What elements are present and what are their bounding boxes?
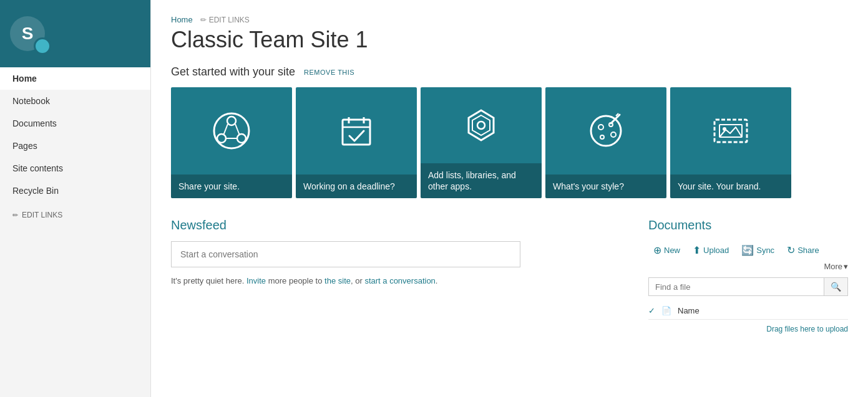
plus-circle-icon: ⊕ [653, 244, 661, 256]
svg-line-5 [235, 124, 240, 135]
brand-icon [708, 108, 753, 153]
new-label: New [664, 246, 680, 255]
sidebar-item-home[interactable]: Home [0, 67, 150, 90]
sidebar-item-notebook[interactable]: Notebook [0, 90, 150, 112]
svg-point-1 [227, 117, 236, 125]
chevron-down-icon: ▾ [844, 262, 848, 271]
share-label: Share [797, 246, 819, 255]
share-button[interactable]: ↻ Share [782, 241, 824, 259]
invite-link[interactable]: Invite [246, 276, 266, 285]
sync-button[interactable]: 🔄 Sync [736, 241, 779, 259]
bottom-section: Newsfeed It's pretty quiet here. Invite … [171, 218, 848, 333]
tile-lists[interactable]: Add lists, libraries, and other apps. [421, 87, 542, 198]
sidebar-item-recycle-bin[interactable]: Recycle Bin [0, 179, 150, 202]
svg-point-2 [217, 134, 226, 143]
logo-icon: S [10, 16, 45, 51]
deadline-icon [334, 108, 379, 153]
pencil-icon: ✏ [12, 211, 18, 219]
site-logo: S [0, 0, 150, 67]
svg-rect-7 [343, 120, 370, 145]
logo-bubble [34, 37, 51, 55]
upload-button[interactable]: ⬆ Upload [688, 241, 734, 259]
sidebar: S Home Notebook Documents Pages Site con… [0, 0, 151, 397]
header-edit-links[interactable]: ✏ EDIT LINKS [200, 16, 250, 24]
svg-point-0 [214, 113, 249, 148]
remove-this-button[interactable]: REMOVE THIS [304, 69, 354, 76]
quiet-message: It's pretty quiet here. Invite more peop… [171, 276, 628, 285]
breadcrumb-home[interactable]: Home [171, 15, 193, 24]
pencil-icon-header: ✏ [200, 16, 207, 24]
search-row: 🔍 [648, 277, 848, 296]
quiet-end: . [436, 276, 438, 285]
tile-deadline-icon-area [296, 87, 417, 175]
quiet-middle: more people to [268, 276, 323, 285]
sidebar-nav: Home Notebook Documents Pages Site conte… [0, 67, 150, 226]
tile-share[interactable]: Share your site. [171, 87, 292, 198]
upload-icon: ⬆ [693, 244, 701, 256]
sidebar-item-site-contents[interactable]: Site contents [0, 157, 150, 179]
svg-point-23 [723, 127, 726, 131]
conversation-input[interactable] [171, 241, 520, 267]
start-conversation-link[interactable]: start a conversation [364, 276, 435, 285]
sidebar-edit-links-label: EDIT LINKS [22, 211, 62, 219]
tile-style-label: What's your style? [545, 175, 666, 198]
tile-brand[interactable]: Your site. Your brand. [670, 87, 791, 198]
svg-point-13 [477, 122, 485, 129]
svg-line-4 [223, 124, 228, 135]
share-icon [209, 108, 254, 153]
sidebar-edit-links[interactable]: ✏ EDIT LINKS [0, 204, 150, 226]
more-label: More [824, 262, 842, 271]
documents-section: Documents ⊕ New ⬆ Upload 🔄 Sync ↻ Share [648, 218, 848, 333]
svg-marker-12 [472, 115, 490, 135]
style-icon [583, 108, 628, 153]
svg-point-17 [611, 132, 616, 137]
search-button[interactable]: 🔍 [824, 278, 847, 295]
svg-point-15 [598, 125, 603, 130]
sync-icon: 🔄 [741, 244, 754, 256]
svg-point-14 [591, 116, 621, 146]
drag-hint: Drag files here to upload [648, 325, 848, 333]
newsfeed-title: Newsfeed [171, 218, 628, 232]
tile-brand-icon-area [670, 87, 791, 175]
share-docs-icon: ↻ [787, 244, 795, 256]
check-icon: ✓ [648, 306, 655, 315]
file-search-input[interactable] [649, 279, 824, 295]
name-column-header: Name [678, 306, 700, 315]
tile-style[interactable]: What's your style? [545, 87, 666, 198]
search-icon: 🔍 [831, 282, 841, 292]
more-button[interactable]: More ▾ [824, 262, 848, 271]
get-started-header: Get started with your site REMOVE THIS [171, 65, 848, 79]
tile-share-label: Share your site. [171, 175, 292, 198]
tile-deadline[interactable]: Working on a deadline? [296, 87, 417, 198]
tile-lists-icon-area [421, 87, 542, 163]
tile-share-icon-area [171, 87, 292, 175]
get-started-title: Get started with your site [171, 65, 295, 79]
docs-toolbar: ⊕ New ⬆ Upload 🔄 Sync ↻ Share More ▾ [648, 241, 848, 271]
new-button[interactable]: ⊕ New [648, 241, 685, 259]
newsfeed-section: Newsfeed It's pretty quiet here. Invite … [171, 218, 628, 333]
header-edit-links-label: EDIT LINKS [209, 16, 250, 24]
docs-header-row: ✓ 📄 Name [648, 302, 848, 320]
svg-point-3 [237, 134, 246, 143]
tile-brand-label: Your site. Your brand. [670, 175, 791, 198]
tile-deadline-label: Working on a deadline? [296, 175, 417, 198]
lists-icon [459, 103, 504, 148]
tile-style-icon-area [545, 87, 666, 175]
sidebar-item-documents[interactable]: Documents [0, 112, 150, 135]
file-icon: 📄 [661, 306, 671, 315]
sidebar-item-pages[interactable]: Pages [0, 135, 150, 157]
page-title: Classic Team Site 1 [171, 27, 848, 53]
sync-label: Sync [756, 246, 774, 255]
upload-label: Upload [703, 246, 729, 255]
documents-title: Documents [648, 218, 848, 232]
breadcrumb: Home ✏ EDIT LINKS [171, 15, 848, 24]
quiet-plain: It's pretty quiet here. [171, 276, 244, 285]
svg-point-18 [600, 135, 604, 139]
main-content: Home ✏ EDIT LINKS Classic Team Site 1 Ge… [151, 0, 868, 397]
the-site-link[interactable]: the site [324, 276, 351, 285]
quiet-comma: , or [351, 276, 363, 285]
tile-lists-label: Add lists, libraries, and other apps. [421, 163, 542, 198]
tiles-row: Share your site. Working on a deadline? [171, 87, 848, 198]
